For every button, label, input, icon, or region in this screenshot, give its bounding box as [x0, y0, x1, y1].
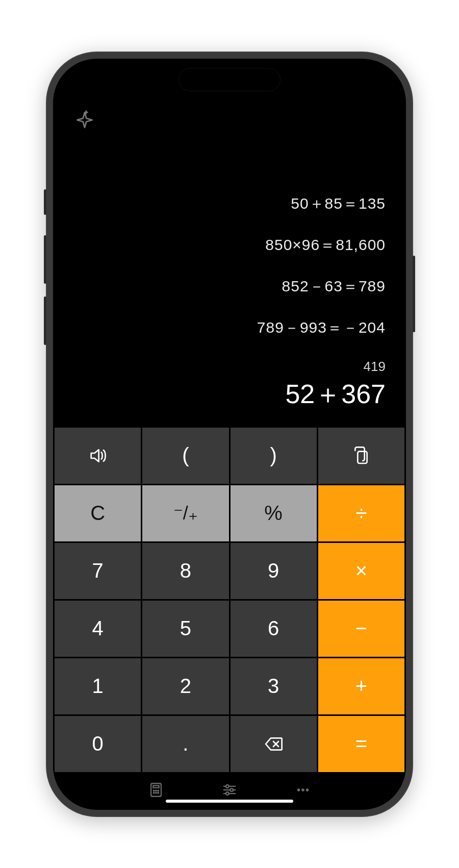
plus-minus-button[interactable]: ⁻/₊ [142, 485, 228, 541]
close-paren-button[interactable]: ) [231, 428, 317, 484]
svg-point-8 [158, 792, 159, 793]
clear-button[interactable]: C [55, 485, 141, 541]
svg-point-6 [154, 792, 155, 793]
dynamic-island [178, 68, 280, 91]
svg-point-5 [158, 790, 159, 791]
digit-5-button[interactable]: 5 [142, 601, 228, 657]
svg-point-17 [306, 788, 309, 791]
plus-minus-label: ⁻/₊ [173, 503, 198, 524]
sound-button[interactable] [55, 428, 141, 484]
svg-point-15 [297, 788, 300, 791]
digit-9-button[interactable]: 9 [231, 543, 317, 599]
display-area: 50＋85＝135 850×96＝81,600 852－63＝789 789－9… [53, 59, 406, 428]
digit-3-button[interactable]: 3 [231, 658, 317, 714]
keypad: ( ) C ⁻/₊ % ÷ 7 8 9 × 4 5 6 − [53, 428, 406, 772]
digit-7-button[interactable]: 7 [55, 543, 141, 599]
sparkle-icon[interactable] [73, 110, 96, 132]
svg-rect-0 [358, 451, 367, 463]
preview-result: 419 [364, 359, 386, 375]
decimal-button[interactable]: . [142, 716, 228, 772]
side-button-vol-down [44, 296, 46, 345]
history-list: 50＋85＝135 850×96＝81,600 852－63＝789 789－9… [73, 132, 386, 417]
copy-button[interactable] [318, 428, 404, 484]
digit-6-button[interactable]: 6 [231, 601, 317, 657]
nav-settings-icon[interactable] [221, 781, 238, 801]
bottom-nav [53, 772, 406, 810]
history-line[interactable]: 850×96＝81,600 [265, 235, 386, 256]
nav-more-icon[interactable] [294, 781, 312, 801]
phone-screen: 果仁 ● 50＋85＝135 850×96＝81,600 852－63＝789 … [53, 59, 406, 810]
multiply-button[interactable]: × [318, 543, 404, 599]
digit-1-button[interactable]: 1 [55, 658, 141, 714]
svg-point-16 [301, 788, 304, 791]
svg-point-10 [226, 785, 229, 788]
svg-rect-2 [153, 785, 159, 787]
side-button-power [413, 256, 415, 332]
percent-button[interactable]: % [231, 485, 317, 541]
current-calculation: 419 52＋367 [285, 359, 386, 412]
divide-button[interactable]: ÷ [318, 485, 404, 541]
plus-button[interactable]: + [318, 658, 404, 714]
side-button-mute [44, 189, 46, 215]
svg-point-3 [154, 790, 155, 791]
digit-4-button[interactable]: 4 [55, 601, 141, 657]
side-button-vol-up [44, 235, 46, 284]
nav-calculator-icon[interactable] [147, 781, 165, 801]
open-paren-button[interactable]: ( [142, 428, 228, 484]
svg-point-7 [156, 792, 157, 793]
backspace-button[interactable] [231, 716, 317, 772]
current-expression: 52＋367 [285, 377, 386, 412]
svg-point-14 [226, 792, 229, 795]
minus-button[interactable]: − [318, 601, 404, 657]
digit-2-button[interactable]: 2 [142, 658, 228, 714]
history-line[interactable]: 852－63＝789 [282, 276, 386, 297]
equals-button[interactable]: = [318, 716, 404, 772]
home-indicator[interactable] [166, 800, 293, 803]
history-line[interactable]: 50＋85＝135 [291, 193, 386, 214]
svg-point-4 [156, 790, 157, 791]
phone-frame: 果仁 ● 50＋85＝135 850×96＝81,600 852－63＝789 … [46, 52, 413, 817]
digit-0-button[interactable]: 0 [55, 716, 141, 772]
history-line[interactable]: 789－993＝－204 [257, 317, 386, 338]
digit-8-button[interactable]: 8 [142, 543, 228, 599]
svg-point-12 [230, 788, 233, 791]
